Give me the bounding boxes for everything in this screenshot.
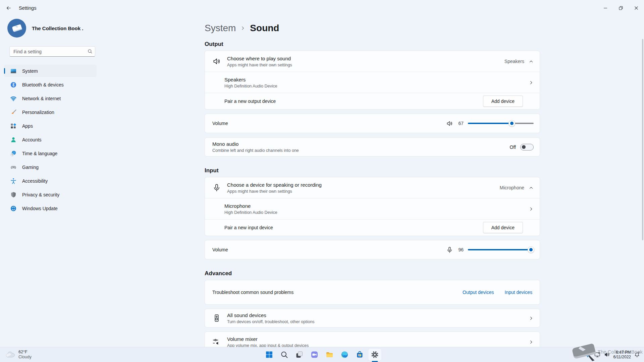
hidden-icons-chevron[interactable] — [575, 351, 581, 358]
input-devices-link[interactable]: Input devices — [505, 290, 533, 295]
sidebar-item-system[interactable]: System — [4, 65, 97, 77]
sidebar-item-privacy-security[interactable]: Privacy & security — [4, 188, 97, 201]
sidebar-item-label: Network & internet — [22, 96, 61, 101]
sidebar-item-network-internet[interactable]: Network & internet — [4, 92, 97, 105]
pair-output-label: Pair a new output device — [224, 99, 276, 104]
all-sound-devices-row[interactable]: All sound devices Turn devices on/off, t… — [205, 309, 540, 327]
search-box — [9, 46, 95, 57]
back-button[interactable] — [3, 3, 14, 13]
output-selected-device: Speakers — [504, 59, 524, 64]
chevron-up-icon — [529, 59, 534, 64]
tray-time: 6:47 PM — [613, 350, 631, 355]
brush-icon — [10, 109, 17, 116]
sidebar-item-gaming[interactable]: Gaming — [4, 161, 97, 173]
notification-bell-icon[interactable] — [634, 351, 641, 358]
file-explorer-button[interactable] — [323, 348, 336, 361]
add-input-device-button[interactable]: Add device — [483, 222, 523, 233]
scrollbar[interactable] — [642, 39, 643, 240]
titlebar: Settings — [0, 0, 644, 16]
speakers-device-desc: High Definition Audio Device — [224, 84, 277, 88]
slider-thumb[interactable] — [528, 246, 534, 253]
settings-button[interactable] — [368, 348, 382, 361]
gamepad-icon — [10, 164, 17, 171]
search-icon — [280, 351, 288, 359]
sidebar-item-windows-update[interactable]: Windows Update — [4, 202, 97, 215]
folder-icon — [326, 351, 334, 359]
output-chooser-title: Choose where to play sound — [227, 56, 292, 61]
sidebar-item-apps[interactable]: Apps — [4, 120, 97, 132]
start-button[interactable] — [263, 348, 276, 361]
tray-clock[interactable]: 6:47 PM 6/11/2022 — [613, 350, 631, 359]
sidebar-item-accessibility[interactable]: Accessibility — [4, 175, 97, 187]
sidebar-nav: System Bluetooth & devices Network & int… — [0, 64, 101, 215]
shield-icon — [10, 191, 17, 198]
output-volume-value: 67 — [458, 121, 464, 126]
page-title: Sound — [250, 23, 279, 34]
volume-mixer-title: Volume mixer — [227, 336, 309, 342]
chat-button[interactable] — [308, 348, 321, 361]
sidebar-item-accounts[interactable]: Accounts — [4, 133, 97, 146]
store-icon — [356, 351, 364, 359]
apps-icon — [10, 123, 17, 129]
person-icon — [10, 136, 17, 143]
sidebar-item-bluetooth-devices[interactable]: Bluetooth & devices — [4, 78, 97, 91]
sidebar-item-label: Bluetooth & devices — [22, 82, 64, 87]
sidebar-item-label: Apps — [22, 123, 33, 129]
input-volume-slider[interactable] — [468, 246, 534, 253]
pair-output-row: Pair a new output device Add device — [205, 93, 540, 109]
close-button[interactable] — [629, 0, 644, 16]
output-card-group: Choose where to play sound Apps might ha… — [205, 51, 540, 110]
update-icon — [10, 205, 17, 212]
minimize-button[interactable] — [598, 0, 613, 16]
task-view-button[interactable] — [293, 348, 306, 361]
tray-volume-icon[interactable] — [604, 351, 610, 358]
chevron-right-icon — [529, 80, 534, 85]
chevron-right-icon — [529, 316, 534, 321]
add-output-device-button[interactable]: Add device — [483, 96, 523, 107]
settings-window: Settings The Collection Book . — [0, 0, 644, 362]
slider-fill — [468, 249, 531, 250]
weather-temp: 62°F — [18, 350, 32, 355]
tray-network-icon[interactable] — [594, 351, 601, 358]
tray-date: 6/11/2022 — [613, 355, 631, 359]
microphone-device-row[interactable]: Microphone High Definition Audio Device — [205, 198, 540, 219]
microphone-icon — [212, 183, 221, 192]
pair-input-row: Pair a new input device Add device — [205, 220, 540, 236]
weather-widget[interactable]: 62°F Cloudy — [5, 350, 32, 360]
output-volume-row: Volume 67 — [205, 114, 540, 133]
input-card-group: Choose a device for speaking or recordin… — [205, 177, 540, 236]
speaker-icon[interactable] — [446, 120, 453, 127]
minimize-icon — [603, 6, 607, 10]
cloud-icon — [5, 351, 16, 359]
output-volume-slider[interactable] — [468, 120, 534, 127]
profile[interactable]: The Collection Book . — [7, 19, 101, 38]
edge-button[interactable] — [338, 348, 352, 361]
search-input[interactable] — [9, 46, 95, 57]
output-devices-link[interactable]: Output devices — [463, 290, 494, 295]
restore-icon — [619, 6, 623, 10]
sidebar-item-label: Accounts — [22, 137, 42, 142]
weather-condition: Cloudy — [18, 355, 32, 360]
breadcrumb-system[interactable]: System — [205, 23, 236, 34]
input-selected-device: Microphone — [500, 185, 524, 190]
input-chooser-row[interactable]: Choose a device for speaking or recordin… — [205, 177, 540, 198]
task-view-icon — [296, 351, 304, 359]
mono-audio-toggle[interactable] — [520, 144, 534, 150]
sidebar-item-personalization[interactable]: Personalization — [4, 106, 97, 118]
input-section-title: Input — [205, 167, 540, 174]
input-volume-row: Volume 96 — [205, 240, 540, 259]
taskbar-search-button[interactable] — [278, 348, 291, 361]
all-sound-devices-subtitle: Turn devices on/off, troubleshoot, other… — [227, 319, 315, 324]
tray-microphone-icon[interactable] — [584, 351, 591, 358]
store-button[interactable] — [353, 348, 367, 361]
chat-icon — [311, 351, 319, 359]
output-chooser-row[interactable]: Choose where to play sound Apps might ha… — [205, 51, 540, 72]
chevron-up-icon — [529, 185, 534, 190]
slider-thumb[interactable] — [508, 120, 515, 127]
restore-button[interactable] — [613, 0, 629, 16]
advanced-section-title: Advanced — [205, 270, 540, 277]
speakers-device-row[interactable]: Speakers High Definition Audio Device — [205, 72, 540, 93]
sidebar-item-time-language[interactable]: Time & language — [4, 147, 97, 160]
microphone-icon[interactable] — [446, 246, 453, 253]
gear-icon — [371, 351, 379, 359]
